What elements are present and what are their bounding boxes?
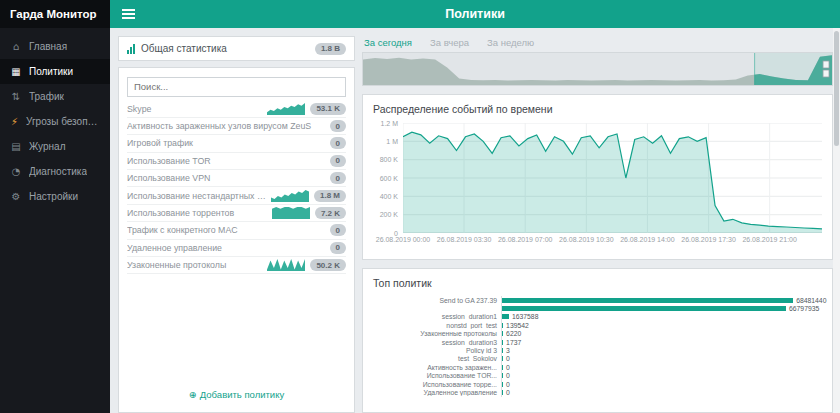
sidebar-item-traffic[interactable]: ⇅Трафик — [0, 84, 110, 109]
policies-panel: Skype53.1 KАктивность зараженных узлов в… — [118, 67, 355, 413]
sidebar-item-label: Журнал — [29, 141, 66, 152]
bar-track: 1737 — [501, 338, 822, 346]
bar-value: 0 — [506, 364, 510, 371]
policy-count-badge: 50.2 K — [310, 259, 346, 271]
sidebar-item-label: Трафик — [29, 91, 64, 102]
bar-track: 0 — [501, 363, 822, 371]
brush-handle-right[interactable] — [823, 70, 829, 77]
bar-row: 66797935 — [373, 304, 822, 312]
tab-yesterday[interactable]: За вчера — [430, 37, 469, 48]
bar-label: test_Sokolov — [373, 355, 501, 362]
bar-value: 3 — [506, 347, 510, 354]
x-axis-label: 26.08.2019 21:00 — [742, 236, 797, 243]
home-icon: ⌂ — [10, 41, 22, 52]
top-bar: Политики — [110, 0, 840, 28]
scrollbar-thumb[interactable] — [834, 31, 839, 146]
diagnostics-icon: ◔ — [10, 166, 22, 177]
events-chart-ylabels: 1.2 M1 M800 K600 K400 K200 K0 — [373, 123, 403, 233]
bar-chart-icon — [127, 44, 135, 54]
sparkline-chart — [271, 190, 309, 202]
page-title: Политики — [110, 7, 840, 21]
bar — [502, 323, 503, 328]
policy-list-item[interactable]: Использование TOR0 — [127, 153, 346, 170]
bar-value: 0 — [506, 355, 510, 362]
bar — [502, 356, 503, 361]
bar-value: 139542 — [506, 322, 529, 329]
bar-row: Send to GA 237.3968481440 — [373, 296, 822, 304]
policy-name: Использование торрентов — [127, 208, 267, 218]
bar-row: Узаконенные протоколы6220 — [373, 330, 822, 338]
policies-icon: ▦ — [10, 66, 22, 77]
bar-label: Использование TOR... — [373, 372, 501, 379]
bar-label: Send to GA 237.39 — [373, 297, 501, 304]
policy-list-item[interactable]: Использование VPN0 — [127, 170, 346, 187]
y-axis-label: 1.2 M — [380, 120, 398, 127]
bar-value: 0 — [506, 381, 510, 388]
sidebar-item-diagnostics[interactable]: ◔Диагностика — [0, 159, 110, 184]
timeline-brush[interactable] — [362, 52, 833, 86]
x-axis-label: 26.08.2019 03:30 — [437, 236, 492, 243]
policy-count-badge: 0 — [330, 137, 346, 149]
events-chart-title: Распределение событий по времени — [373, 103, 822, 115]
bar-value: 1737 — [506, 339, 521, 346]
policy-list-item[interactable]: Активность зараженных узлов вирусом ZeuS… — [127, 118, 346, 135]
bar-track: 66797935 — [501, 304, 822, 312]
bar — [502, 365, 503, 370]
policy-list-item[interactable]: Трафик с конкретного MAC0 — [127, 222, 346, 239]
sidebar-item-journal[interactable]: ▤Журнал — [0, 134, 110, 159]
sidebar-item-label: Политики — [29, 66, 73, 77]
bar — [502, 306, 786, 311]
add-policy-button[interactable]: ⊕Добавить политику — [119, 389, 354, 400]
bar-track: 0 — [501, 372, 822, 380]
vertical-scrollbar[interactable] — [833, 28, 840, 413]
policy-list-item[interactable]: Игровой трафик0 — [127, 135, 346, 152]
policy-list-item[interactable]: Использование торрентов7.2 K — [127, 205, 346, 222]
policy-list-item[interactable]: Skype53.1 K — [127, 101, 346, 118]
bar-label: Активность заражен... — [373, 364, 501, 371]
traffic-icon: ⇅ — [10, 91, 22, 102]
journal-icon: ▤ — [10, 141, 22, 152]
bar-row: Активность заражен...0 — [373, 363, 822, 371]
brush-handle-right[interactable] — [823, 61, 829, 68]
top-policies-card: Топ политик Send to GA 237.3968481440667… — [362, 268, 833, 413]
bar-track: 0 — [501, 380, 822, 388]
bar-label: Использование торре... — [373, 381, 501, 388]
top-policies-rows: Send to GA 237.396848144066797935session… — [373, 296, 822, 397]
bar — [502, 340, 503, 345]
bar-track: 68481440 — [501, 296, 822, 304]
stats-panel-header[interactable]: Общая статистика 1.8 B — [118, 36, 355, 61]
policy-name: Удаленное управление — [127, 243, 325, 253]
sidebar-item-label: Диагностика — [29, 166, 87, 177]
events-chart-card: Распределение событий по времени 1.2 M1 … — [362, 94, 833, 260]
bar — [502, 390, 503, 395]
y-axis-label: 200 K — [380, 211, 398, 218]
sidebar-item-home[interactable]: ⌂Главная — [0, 34, 110, 59]
search-input[interactable] — [127, 77, 346, 97]
sidebar-item-label: Главная — [29, 41, 67, 52]
policy-count-badge: 1.8 M — [314, 190, 346, 202]
tab-today[interactable]: За сегодня — [364, 37, 412, 48]
total-events-badge: 1.8 B — [315, 43, 346, 55]
tab-week[interactable]: За неделю — [487, 37, 534, 48]
sidebar-item-policies[interactable]: ▦Политики — [0, 59, 110, 84]
bar-value: 1637588 — [512, 313, 538, 320]
bar-row: nonstd_port_test139542 — [373, 321, 822, 329]
bar-label: session_duration3 — [373, 339, 501, 346]
bar-track: 139542 — [501, 321, 822, 329]
policy-name: Skype — [127, 104, 262, 114]
policy-list-item[interactable]: Узаконенные протоколы50.2 K — [127, 257, 346, 274]
policy-list-item[interactable]: Удаленное управление0 — [127, 240, 346, 257]
policy-list-item[interactable]: Использование нестандартных портов1.8 M — [127, 187, 346, 204]
threats-icon: ⚡ — [10, 116, 19, 127]
bar — [502, 373, 503, 378]
bar-value: 68481440 — [796, 297, 826, 304]
policy-name: Игровой трафик — [127, 138, 325, 148]
y-axis-label: 800 K — [380, 156, 398, 163]
policy-name: Использование нестандартных портов — [127, 191, 266, 201]
x-axis-label: 26.08.2019 14:00 — [620, 236, 675, 243]
policy-count-badge: 0 — [330, 172, 346, 184]
policy-count-badge: 7.2 K — [315, 207, 346, 219]
sidebar-item-threats[interactable]: ⚡Угрозы безопасности — [0, 109, 110, 134]
sidebar-item-settings[interactable]: ⚙Настройки — [0, 184, 110, 209]
bar-value: 0 — [506, 372, 510, 379]
